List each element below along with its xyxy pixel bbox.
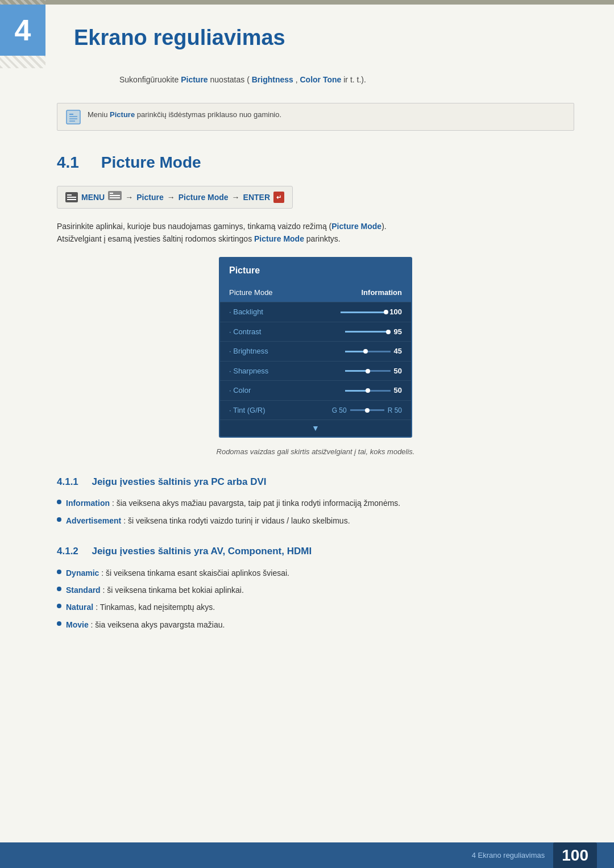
picture-menu-header: Picture [220,258,411,283]
svg-rect-13 [110,197,120,198]
brightness-label: · Brightness [229,346,268,357]
tint-g-label: G 50 [332,405,347,416]
section-4-1-2-heading: 4.1.2 Jeigu įvesties šaltinis yra AV, Co… [57,544,574,559]
brightness-track [345,351,391,352]
color-label: · Color [229,385,251,396]
chapter-title: Ekrano reguliavimas [74,22,285,54]
svg-rect-9 [67,199,76,200]
svg-rect-7 [67,194,72,196]
color-track [345,390,391,392]
sharpness-fill [345,370,368,372]
bullet-bold: Dynamic [66,568,99,578]
top-bar [0,0,614,5]
section-4-1-1-title: Jeigu įvesties šaltinis yra PC arba DVI [92,476,266,487]
picture-mode-label: Picture Mode [229,287,273,298]
contrast-value: 95 [394,326,402,338]
section-4-1-2-list: Dynamic : ši veiksena tinkama esant skai… [57,567,574,632]
tint-track [350,409,384,411]
brightness-value: 45 [394,346,402,357]
tint-indicator [365,408,370,413]
path-item-2: Picture Mode [179,192,229,203]
list-item: Dynamic : ši veiksena tinkama esant skai… [57,567,574,579]
contrast-fill [345,331,388,333]
main-content: Ekrano reguliavimas Sukonfigūruokite Pic… [0,5,614,687]
svg-rect-8 [67,197,76,198]
list-item: Advertisement : ši veiksena tinka rodyti… [57,514,574,527]
contrast-indicator [386,330,391,334]
chapter-number-box: 4 [0,5,45,56]
list-item: Movie : šia veiksena akys pavargsta maži… [57,618,574,631]
sharpness-value: 50 [394,366,402,377]
bullet-text: Standard : ši veiksena tinkama bet kokia… [66,584,244,596]
svg-rect-12 [110,195,120,196]
bullet-bold: Information [66,499,110,508]
path-arrow-3: → [232,192,240,203]
contrast-bar: 95 [345,326,402,338]
menu-icon [65,192,78,202]
brightness-bar: 45 [345,346,402,357]
path-item-1: Picture [136,192,163,203]
bullet-dot [57,604,61,608]
color-value: 50 [394,385,402,396]
path-item-3: ENTER [243,192,270,203]
section-4-1-number: 4.1 [57,153,79,171]
svg-rect-0 [67,110,80,124]
contrast-track [345,331,391,333]
bullet-dot [57,587,61,591]
bullet-rest: : šia veiksena akys mažiau pavargsta, ta… [112,499,400,508]
brightness-row[interactable]: · Brightness 45 [220,342,411,362]
chapter-number: 4 [15,8,31,52]
picture-mode-row[interactable]: Picture Mode Information [220,283,411,303]
bullet-text: Movie : šia veiksena akys pavargsta maži… [66,618,225,631]
desc-text-1: Pasirinkite aplinkai, kurioje bus naudoj… [57,220,574,246]
tint-r-label: R 50 [388,405,402,416]
bullet-rest: : ši veiksena tinka rodyti vaizdo turinį… [123,516,350,525]
menu-path: MENU → Picture → Picture Mode → ENTER ↵ [57,186,293,209]
list-item: Standard : ši veiksena tinkama bet kokia… [57,584,574,596]
tint-bar-area: G 50 R 50 [332,405,402,416]
bullet-rest: : ši veiksena tinkama esant skaisčiai ap… [101,568,289,578]
section-4-1-1-heading: 4.1.1 Jeigu įvesties šaltinis yra PC arb… [57,475,574,489]
down-arrow-icon: ▼ [312,422,320,434]
enter-icon: ↵ [273,192,284,203]
chapter-header: Ekrano reguliavimas [57,16,574,68]
sharpness-bar: 50 [345,366,402,377]
bullet-rest: : ši veiksena tinkama bet kokiai aplinka… [103,585,244,595]
bullet-dot [57,621,61,626]
path-arrow-2: → [167,192,175,203]
tint-label: · Tint (G/R) [229,405,265,416]
path-arrow-1: → [125,192,133,203]
sharpness-track [345,370,391,372]
tint-row[interactable]: · Tint (G/R) G 50 R 50 [220,401,411,421]
note-box: Meniu Picture parinkčių išdėstymas prikl… [57,103,574,131]
backlight-bar: 100 [341,306,402,318]
list-item: Information : šia veiksena akys mažiau p… [57,497,574,509]
bullet-dot [57,500,61,504]
menu-icon-bars [108,191,122,203]
menu-label: MENU [81,192,105,203]
backlight-label: · Backlight [229,306,263,318]
footer-text: 4 Ekrano reguliavimas [472,850,545,861]
color-row[interactable]: · Color 50 [220,381,411,401]
backlight-value: 100 [389,306,402,318]
backlight-fill [341,312,386,313]
section-4-1-2-title: Jeigu įvesties šaltinis yra AV, Componen… [92,546,312,556]
svg-rect-11 [110,193,113,194]
contrast-row[interactable]: · Contrast 95 [220,322,411,342]
bullet-bold: Advertisement [66,516,121,525]
section-4-1-1-number: 4.1.1 [57,476,78,487]
footer-page-number: 100 [553,842,597,869]
footer: 4 Ekrano reguliavimas 100 [0,842,614,868]
section-4-1-heading: 4.1 Picture Mode [57,151,574,175]
color-bar: 50 [345,385,402,396]
bullet-rest: : šia veiksena akys pavargsta mažiau. [91,620,225,629]
bullet-text: Natural : Tinkamas, kad neįsitemptų akys… [66,601,215,613]
section-4-1-title: Picture Mode [101,153,201,171]
bullet-rest: : Tinkamas, kad neįsitemptų akys. [96,603,215,612]
sharpness-row[interactable]: · Sharpness 50 [220,362,411,381]
backlight-row[interactable]: · Backlight 100 [220,302,411,322]
bullet-text: Dynamic : ši veiksena tinkama esant skai… [66,567,289,579]
brightness-indicator [363,349,368,354]
picture-mode-value: Information [362,287,403,298]
bullet-bold: Movie [66,620,89,629]
